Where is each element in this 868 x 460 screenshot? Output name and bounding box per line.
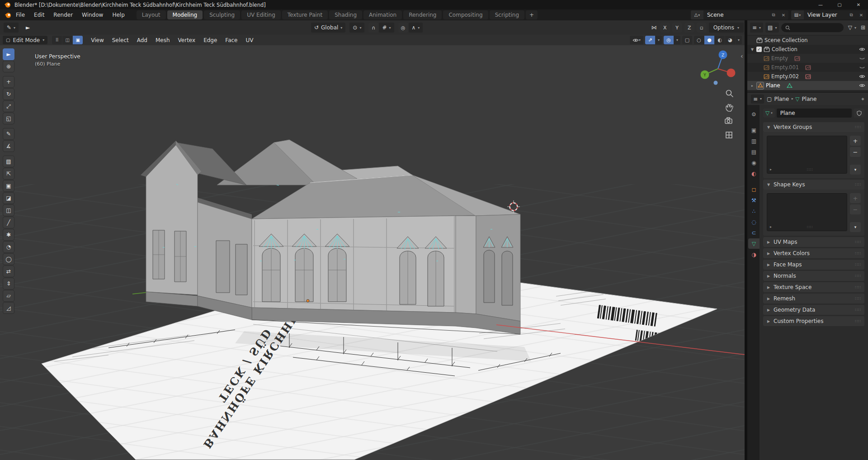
tab-constraints[interactable]: ⊂ [748,228,760,238]
menu-help[interactable]: Help [108,12,129,18]
mirror-y-toggle[interactable]: Y [672,23,682,33]
tool-knife-button[interactable]: ╱ [3,217,14,228]
outliner-row-empty-001[interactable]: Empty.001 [747,63,868,72]
tool-extrude-region-button[interactable]: ⇱ [3,168,14,180]
snap-base-toggle[interactable]: ▫ [697,23,707,33]
gizmo-dropdown[interactable]: ▾ [656,36,662,44]
properties-editor-dropdown[interactable]: ≡▾ [751,95,764,104]
outliner-scope-dropdown[interactable]: ▤▾ [765,23,779,33]
menu-render[interactable]: Render [49,12,77,18]
tool-inset-faces-button[interactable]: ▣ [3,180,14,192]
tab-view-layer[interactable]: ▤ [748,147,760,157]
tool-loop-cut-button[interactable]: ◫ [3,204,14,216]
gizmo-negative-z-ball[interactable] [714,81,718,85]
tool-rotate-button[interactable]: ↻ [3,88,14,100]
tool-scale-button[interactable]: ⤢ [3,100,14,112]
tool-tweak-button[interactable]: ► [3,48,14,60]
shading-rendered-button[interactable]: ◕ [725,36,735,44]
tab-physics[interactable]: ◌ [748,217,760,227]
panel-shape-keys[interactable]: ▼Shape Keys∷∷ [763,180,864,190]
panel-vertex-colors[interactable]: ▶Vertex Colors∷∷ [763,248,864,258]
tab-object-data[interactable]: ▽ [748,238,760,249]
outliner-row-empty-002[interactable]: Empty.002 [747,72,868,81]
blender-menu-icon[interactable] [5,12,11,19]
show-gizmo-toggle[interactable]: ⇗ [645,36,655,44]
unlink-scene-icon[interactable]: ✕ [778,13,788,18]
tab-modeling[interactable]: Modeling [167,10,203,19]
list-specials-icon[interactable]: ▸ [770,225,772,229]
minimize-button[interactable]: — [811,0,830,9]
scene-name[interactable]: Scene [703,12,769,18]
fake-user-shield-button[interactable] [854,109,864,118]
tab-sculpting[interactable]: Sculpting [204,10,240,19]
overlays-dropdown[interactable]: ▾ [674,36,680,44]
outliner-row-scene-collection[interactable]: Scene Collection [747,36,868,45]
viewport-menu-face[interactable]: Face [222,37,241,43]
tool-edge-slide-button[interactable]: ⇄ [3,266,14,277]
viewport-menu-vertex[interactable]: Vertex [175,37,199,43]
list-specials-icon[interactable]: ▸ [770,167,772,171]
viewport-menu-select[interactable]: Select [108,37,132,43]
snap-with-dropdown[interactable]: # ▾ [379,23,394,33]
eye-closed-icon[interactable] [859,55,865,62]
datablock-name-field[interactable]: Plane [777,109,852,118]
panel-custom-properties[interactable]: ▶Custom Properties∷∷ [763,316,864,326]
maximize-button[interactable]: ▢ [830,0,849,9]
viewport-canvas[interactable]: BAHNHÖFE KIRCHHEIM TECK / SÜD SÜDANSICHT… [0,35,745,460]
new-view-layer-icon[interactable]: ⧉ [846,12,856,18]
xray-toggle[interactable]: ▢ [682,36,692,44]
transform-orientation-dropdown[interactable]: ↺ Global ▾ [311,23,345,33]
menu-file[interactable]: File [11,12,29,18]
viewport-menu-uv[interactable]: UV [242,37,257,43]
scene-selector[interactable]: △ Scene ⧉ ✕ [691,10,788,19]
tab-modifiers[interactable]: ⚒ [748,195,760,205]
sidebar-toggle-arrow[interactable]: ‹ [741,52,743,60]
tool-shrink-fatten-button[interactable]: ⇕ [3,278,14,289]
shape-keys-list[interactable]: ▸ ∷∷ [767,193,847,231]
disclosure-triangle-icon[interactable]: ▼ [750,47,755,52]
tool-annotate-button[interactable]: ✎ [3,128,14,140]
view-layer-selector[interactable]: ▤ View Layer ⧉ ✕ [791,10,866,19]
tab-rendering[interactable]: Rendering [403,10,442,19]
new-collection-button[interactable]: ⊞ [861,24,865,31]
tab-uv-editing[interactable]: UV Editing [241,10,281,19]
show-overlays-toggle[interactable]: ◎ [664,36,674,44]
tool-bevel-button[interactable]: ◪ [3,192,14,204]
tool-poly-build-button[interactable]: ✱ [3,229,14,241]
outliner-filter-dropdown[interactable]: ▽▾ [846,23,859,33]
eye-icon[interactable] [859,73,865,80]
breadcrumb-data[interactable]: Plane [802,96,817,102]
panel-face-maps[interactable]: ▶Face Maps∷∷ [763,260,864,270]
panel-normals[interactable]: ▶Normals∷∷ [763,271,864,281]
tab-output[interactable]: ▥ [748,136,760,146]
viewport-menu-add[interactable]: Add [133,37,151,43]
outliner-display-mode-dropdown[interactable]: ≡▾ [750,23,763,33]
panel-texture-space[interactable]: ▶Texture Space∷∷ [763,282,864,292]
mesh-id-dropdown[interactable]: ▽ [763,109,775,118]
vertex-group-specials-dropdown[interactable]: ▾ [850,165,861,175]
tab-scene[interactable]: ◉ [748,157,760,168]
face-select-button[interactable]: ▣ [73,36,83,44]
edge-select-button[interactable]: ◫ [62,36,72,44]
tab-particles[interactable]: ∴ [748,206,760,216]
mode-dropdown[interactable]: ▢ Edit Mode ▾ [3,36,47,44]
tool-shear-button[interactable]: ▱ [3,290,14,302]
tool-cursor-button[interactable]: ⊕ [3,61,14,72]
shape-key-specials-dropdown[interactable]: ▾ [850,222,861,232]
panel-remesh[interactable]: ▶Remesh∷∷ [763,294,864,304]
add-workspace-button[interactable]: + [526,10,538,19]
shading-dropdown[interactable]: ▾ [736,36,742,44]
vertex-groups-list[interactable]: ▸ ∷∷ [767,136,847,174]
tool-spin-button[interactable]: ◔ [3,241,14,253]
options-dropdown[interactable]: Options ▾ [709,23,744,33]
vertex-select-button[interactable]: ⠿ [52,36,62,44]
scene-icon[interactable]: △ [691,10,703,19]
outliner-row-plane[interactable]: ▸ Plane [747,81,868,90]
view-layer-name[interactable]: View Layer [804,12,846,18]
breadcrumb-object[interactable]: Plane [774,96,789,102]
tool-rip-region-button[interactable]: ◿ [3,302,14,314]
collection-checkbox[interactable]: ✓ [756,47,762,52]
tab-tool[interactable]: ⚙ [748,109,760,119]
menu-window[interactable]: Window [77,12,108,18]
outliner-search-input[interactable] [781,23,843,32]
